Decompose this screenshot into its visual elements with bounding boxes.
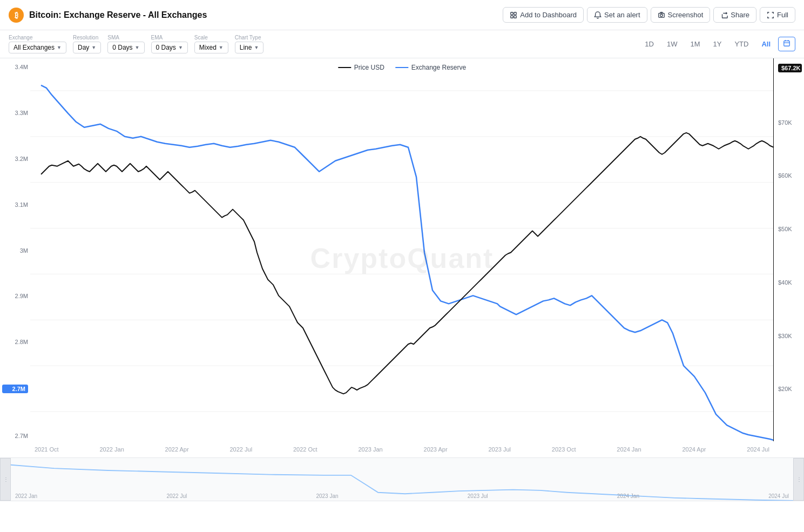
y-left-label-28m: 2.8M [2, 339, 28, 345]
calendar-button[interactable] [778, 37, 795, 51]
minimap-x-axis: 2022 Jan 2022 Jul 2023 Jan 2023 Jul 2024… [11, 491, 793, 501]
svg-rect-1 [514, 12, 516, 14]
scale-group: Scale Mixed ▼ [194, 35, 228, 53]
minimap-right-handle[interactable]: ⋮ [793, 458, 804, 501]
minimap-x-2022jul: 2022 Jul [166, 493, 187, 499]
y-axis-left: 3.4M 3.3M 3.2M 3.1M 3M 2.9M 2.8M 2.7M 2.… [0, 58, 30, 441]
y-left-label-31m: 3.1M [2, 201, 28, 208]
camera-icon [658, 11, 665, 19]
full-button[interactable]: Full [760, 7, 795, 23]
cursor-line [773, 58, 774, 441]
minimap-left-handle[interactable]: ⋮ [0, 458, 11, 501]
handle-icon-right: ⋮ [796, 476, 801, 482]
sma-group: SMA 0 Days ▼ [107, 35, 144, 53]
header-right: Add to Dashboard Set an alert Screenshot… [503, 7, 795, 23]
x-label-2024jan: 2024 Jan [617, 446, 641, 453]
time-1m-button[interactable]: 1M [685, 38, 705, 50]
y-axis-right: $67.2K $70K $60K $50K $40K $30K $20K [774, 58, 804, 441]
chevron-down-icon: ▼ [91, 45, 96, 50]
exchange-label: Exchange [9, 35, 66, 41]
chart-svg-area [30, 58, 774, 441]
ema-label: EMA [151, 35, 188, 41]
y-left-label-27m-highlight: 2.7M [2, 385, 28, 393]
x-label-2024jul: 2024 Jul [747, 446, 769, 453]
exchange-select[interactable]: All Exchanges ▼ [9, 42, 66, 53]
chevron-down-icon: ▼ [135, 45, 140, 50]
x-axis: 2021 Oct 2022 Jan 2022 Apr 2022 Jul 2022… [30, 441, 774, 457]
y-right-label-60k: $60K [778, 172, 802, 179]
share-icon [720, 11, 728, 19]
chevron-down-icon: ▼ [219, 45, 224, 50]
x-label-2024apr: 2024 Apr [682, 446, 706, 453]
x-label-2022jul: 2022 Jul [229, 446, 252, 453]
svg-rect-2 [511, 15, 513, 17]
legend-reserve-label: Exchange Reserve [411, 64, 466, 71]
y-left-label-32m: 3.2M [2, 156, 28, 162]
resolution-select[interactable]: Day ▼ [73, 42, 101, 53]
dashboard-icon [510, 11, 517, 19]
y-left-label-33m: 3.3M [2, 110, 28, 116]
y-left-label-34m: 3.4M [2, 64, 28, 70]
time-1w-button[interactable]: 1W [661, 38, 683, 50]
y-left-label-27m-bottom: 2.7M [2, 433, 28, 439]
scale-select[interactable]: Mixed ▼ [194, 42, 228, 53]
set-alert-button[interactable]: Set an alert [587, 7, 647, 23]
exchange-group: Exchange All Exchanges ▼ [9, 35, 66, 53]
page-title: Bitcoin: Exchange Reserve - All Exchange… [29, 10, 207, 20]
x-label-2023apr: 2023 Apr [424, 446, 448, 453]
chart-svg [30, 58, 774, 441]
time-1y-button[interactable]: 1Y [707, 38, 727, 50]
legend-exchange-reserve: Exchange Reserve [395, 64, 466, 71]
minimap-x-2024jul: 2024 Jul [768, 493, 789, 499]
chevron-down-icon: ▼ [57, 45, 62, 50]
minimap-x-2022jan: 2022 Jan [15, 493, 37, 499]
add-to-dashboard-button[interactable]: Add to Dashboard [503, 7, 584, 23]
chart-type-select[interactable]: Line ▼ [235, 42, 264, 53]
x-label-2023jul: 2023 Jul [488, 446, 511, 453]
calendar-icon [783, 39, 791, 47]
y-left-label-29m: 2.9M [2, 293, 28, 299]
screenshot-button[interactable]: Screenshot [651, 7, 711, 23]
chart-container: Price USD Exchange Reserve 3.4M 3.3M 3.2… [0, 58, 804, 458]
y-right-label-40k: $40K [778, 279, 802, 286]
time-ytd-button[interactable]: YTD [729, 38, 754, 50]
svg-rect-6 [784, 41, 790, 46]
resolution-group: Resolution Day ▼ [73, 35, 101, 53]
exchange-reserve-line-indicator [395, 67, 408, 68]
exchange-reserve-chart-line [41, 85, 774, 440]
price-usd-line-indicator [338, 67, 351, 68]
time-all-button[interactable]: All [756, 38, 776, 50]
price-usd-chart-line [41, 133, 774, 394]
btc-icon: ₿ [9, 8, 24, 23]
x-label-2023jan: 2023 Jan [358, 446, 382, 453]
legend-price-label: Price USD [354, 64, 384, 71]
chart-legend: Price USD Exchange Reserve [338, 64, 466, 71]
share-button[interactable]: Share [713, 7, 756, 23]
y-left-label-3m: 3M [2, 247, 28, 254]
y-right-label-70k: $70K [778, 119, 802, 126]
x-label-2021oct: 2021 Oct [35, 446, 59, 453]
time-range-controls: 1D 1W 1M 1Y YTD All [639, 37, 795, 51]
current-price-badge: $67.2K [778, 64, 802, 72]
svg-rect-3 [514, 15, 516, 17]
time-1d-button[interactable]: 1D [639, 38, 659, 50]
chart-type-group: Chart Type Line ▼ [235, 35, 264, 53]
y-right-label-30k: $30K [778, 333, 802, 339]
chart-type-label: Chart Type [235, 35, 264, 41]
ema-group: EMA 0 Days ▼ [151, 35, 188, 53]
y-right-label-20k: $20K [778, 386, 802, 392]
y-right-label-50k: $50K [778, 226, 802, 232]
svg-rect-0 [511, 12, 513, 14]
x-label-2023oct: 2023 Oct [552, 446, 576, 453]
toolbar: Exchange All Exchanges ▼ Resolution Day … [0, 30, 804, 58]
scale-label: Scale [194, 35, 228, 41]
x-label-2022jan: 2022 Jan [99, 446, 124, 453]
legend-price-usd: Price USD [338, 64, 384, 71]
chevron-down-icon: ▼ [254, 45, 259, 50]
sma-select[interactable]: 0 Days ▼ [107, 42, 144, 53]
fullscreen-icon [767, 11, 774, 19]
x-label-2022oct: 2022 Oct [293, 446, 317, 453]
svg-point-5 [660, 14, 662, 16]
ema-select[interactable]: 0 Days ▼ [151, 42, 188, 53]
minimap[interactable]: ⋮ ⋮ 2022 Jan 2022 Jul 2023 Jan 2023 Jul … [0, 458, 804, 501]
